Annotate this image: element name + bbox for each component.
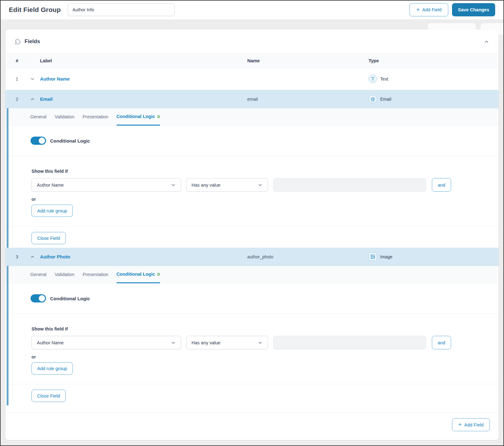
chevron-up-icon[interactable] xyxy=(30,97,40,102)
toggle-knob xyxy=(39,295,45,302)
close-field-button[interactable]: Close Field xyxy=(32,390,66,402)
rule-field-value: Author Name xyxy=(37,183,64,188)
field-editor-tabs: General Validation Presentation Conditio… xyxy=(5,266,499,283)
save-changes-label: Save Changes xyxy=(458,7,489,12)
and-rule-button[interactable]: and xyxy=(432,336,451,349)
close-field-label: Close Field xyxy=(37,393,60,398)
rule-value-input xyxy=(273,178,426,192)
rule-value-input xyxy=(273,336,426,349)
close-field-row: Close Field xyxy=(5,384,499,405)
tab-validation[interactable]: Validation xyxy=(55,266,75,283)
table-header-row: # Label Name Type xyxy=(5,54,499,68)
rule-field-select[interactable]: Author Name xyxy=(32,336,181,349)
field-editor-email: General Validation Presentation Conditio… xyxy=(5,108,499,248)
close-field-row: Close Field xyxy=(5,226,499,248)
field-name: email xyxy=(247,97,369,102)
show-field-if-label: Show this field if xyxy=(32,169,499,174)
save-changes-button[interactable]: Save Changes xyxy=(452,3,495,16)
rule-operator-value: Has any value xyxy=(192,183,220,188)
green-dot xyxy=(157,115,160,118)
rule-operator-value: Has any value xyxy=(192,340,220,345)
tab-conditional-logic[interactable]: Conditional Logic xyxy=(117,266,160,283)
column-header-name: Name xyxy=(247,58,369,63)
field-label-link[interactable]: Author Name xyxy=(40,76,247,82)
chevron-down-icon xyxy=(171,183,176,188)
email-type-icon: @ xyxy=(369,95,377,103)
or-label: or xyxy=(32,197,499,202)
page-title: Edit Field Group xyxy=(9,6,61,14)
type-glyph: T xyxy=(371,76,374,82)
chevron-down-icon xyxy=(258,340,263,345)
tab-general[interactable]: General xyxy=(30,266,47,283)
add-rule-group-button[interactable]: Add rule group xyxy=(32,362,73,375)
rule-row: Author Name Has any value and xyxy=(32,336,499,349)
chevron-up-icon[interactable] xyxy=(484,39,489,44)
chevron-down-icon xyxy=(171,340,176,345)
chevron-down-icon xyxy=(258,183,263,188)
and-rule-button[interactable]: and xyxy=(432,178,451,192)
tab-general[interactable]: General xyxy=(30,108,47,125)
field-editor-author-photo: General Validation Presentation Conditio… xyxy=(5,266,499,405)
tab-label: Conditional Logic xyxy=(117,272,155,277)
show-field-if-label: Show this field if xyxy=(32,326,499,331)
chevron-down-icon[interactable] xyxy=(30,76,40,82)
close-field-button[interactable]: Close Field xyxy=(32,232,66,244)
fields-panel-footer: + Add Field xyxy=(5,412,499,431)
rule-field-select[interactable]: Author Name xyxy=(32,178,181,192)
field-name: author_photo xyxy=(247,254,369,259)
fields-panel-header: Fields xyxy=(5,30,499,54)
table-row: 1 Author Name T Text xyxy=(5,68,499,90)
field-type-label: Email xyxy=(380,97,391,102)
add-field-label: Add Field xyxy=(422,7,442,12)
conditional-logic-toggle[interactable] xyxy=(31,294,46,302)
type-glyph: @ xyxy=(370,97,375,102)
image-type-icon xyxy=(369,252,377,261)
and-label: and xyxy=(438,340,445,345)
add-field-button[interactable]: + Add Field xyxy=(452,418,490,431)
tab-conditional-logic[interactable]: Conditional Logic xyxy=(117,108,160,126)
column-header-number: # xyxy=(16,58,30,63)
row-index: 3 xyxy=(16,254,30,259)
field-editor-tabs: General Validation Presentation Conditio… xyxy=(5,108,499,126)
or-label: or xyxy=(32,354,499,359)
add-rule-group-label: Add rule group xyxy=(37,366,67,371)
plus-icon: + xyxy=(416,7,420,13)
plus-icon: + xyxy=(458,421,462,427)
tab-presentation[interactable]: Presentation xyxy=(83,108,108,125)
field-group-title-input[interactable] xyxy=(68,3,175,16)
field-type-cell: Image xyxy=(369,252,499,261)
conditional-logic-toggle[interactable] xyxy=(31,137,46,145)
conditional-logic-toggle-label: Conditional Logic xyxy=(50,296,90,301)
table-row: 3 Author Photo author_photo Image xyxy=(5,248,499,266)
field-label-link[interactable]: Email xyxy=(40,96,247,102)
row-index: 2 xyxy=(16,97,30,102)
add-rule-group-label: Add rule group xyxy=(37,208,67,213)
top-bar-actions: + Add Field Save Changes xyxy=(410,3,495,16)
column-header-type: Type xyxy=(369,58,499,63)
text-type-icon: T xyxy=(369,75,377,83)
field-type-cell: T Text xyxy=(369,75,499,83)
add-field-button[interactable]: + Add Field xyxy=(410,3,448,16)
green-dot xyxy=(157,273,160,276)
fields-panel: Fields # Label Name Type 1 Author Name T… xyxy=(5,30,499,440)
chevron-up-icon[interactable] xyxy=(30,254,40,259)
row-index: 1 xyxy=(16,76,30,82)
fields-panel-title: Fields xyxy=(25,38,40,45)
field-type-label: Image xyxy=(380,254,392,259)
tab-validation[interactable]: Validation xyxy=(55,108,75,125)
column-header-label: Label xyxy=(40,58,247,63)
rule-operator-select[interactable]: Has any value xyxy=(186,178,268,192)
top-bar: Edit Field Group + Add Field Save Change… xyxy=(0,0,504,20)
rule-row: Author Name Has any value and xyxy=(32,178,499,192)
toggle-knob xyxy=(39,138,45,144)
add-rule-group-button[interactable]: Add rule group xyxy=(32,205,73,217)
close-field-label: Close Field xyxy=(37,236,60,241)
tab-presentation[interactable]: Presentation xyxy=(83,266,108,283)
tab-label: Conditional Logic xyxy=(117,114,155,119)
field-label-link[interactable]: Author Photo xyxy=(40,254,247,259)
field-type-cell: @ Email xyxy=(369,95,499,103)
conditional-logic-toggle-row: Conditional Logic xyxy=(5,283,499,314)
table-row: 2 Email email @ Email xyxy=(5,90,499,108)
rule-operator-select[interactable]: Has any value xyxy=(186,336,268,349)
conditional-logic-toggle-label: Conditional Logic xyxy=(50,138,90,144)
